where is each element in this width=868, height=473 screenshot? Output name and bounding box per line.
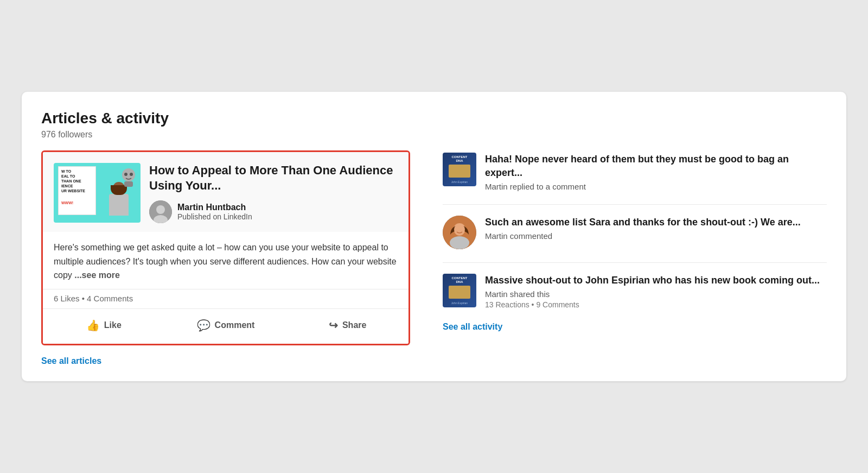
book-cover-author-3: John Espirian bbox=[451, 301, 468, 305]
comment-icon: 💬 bbox=[197, 319, 210, 332]
book-cover-image-3 bbox=[449, 286, 470, 299]
left-column: W TO EAL TO THAN ONE IENCE UR WEBSITE WW… bbox=[41, 150, 410, 366]
article-actions: 👍 Like 💬 Comment ↪ Share bbox=[43, 308, 409, 344]
article-card[interactable]: W TO EAL TO THAN ONE IENCE UR WEBSITE WW… bbox=[41, 150, 410, 345]
activity-text-3: Massive shout-out to John Espirian who h… bbox=[485, 274, 827, 309]
activity-avatar-book-1: ContentDNA John Espirian bbox=[443, 153, 476, 186]
svg-point-10 bbox=[450, 236, 469, 249]
like-icon: 👍 bbox=[86, 319, 100, 332]
book-cover-image-1 bbox=[449, 165, 470, 178]
book-line4: IENCE bbox=[61, 184, 93, 188]
svg-point-2 bbox=[130, 173, 133, 176]
like-label: Like bbox=[104, 320, 122, 330]
divider-1 bbox=[443, 204, 827, 205]
book-cover-title-1: ContentDNA bbox=[452, 155, 468, 163]
book-line1: W TO bbox=[61, 169, 93, 174]
activity-stats-3: 13 Reactions • 9 Comments bbox=[485, 300, 827, 309]
thumbnail-figure bbox=[103, 182, 135, 223]
see-all-articles-link[interactable]: See all articles bbox=[41, 356, 101, 365]
like-button[interactable]: 👍 Like bbox=[43, 313, 165, 337]
comment-button[interactable]: 💬 Comment bbox=[165, 313, 287, 337]
activity-sub-1: Martin replied to a comment bbox=[485, 182, 827, 191]
activity-title-3: Massive shout-out to John Espirian who h… bbox=[485, 274, 827, 287]
activity-item-3: ContentDNA John Espirian Massive shout-o… bbox=[443, 274, 827, 309]
article-top: W TO EAL TO THAN ONE IENCE UR WEBSITE WW… bbox=[43, 152, 409, 232]
author-sub: Published on LinkedIn bbox=[177, 212, 252, 221]
book-cover-title-3: ContentDNA bbox=[452, 276, 468, 284]
divider-2 bbox=[443, 262, 827, 263]
activity-avatar-book-3: ContentDNA John Espirian bbox=[443, 274, 476, 307]
main-card: Articles & activity 976 followers W TO E… bbox=[22, 92, 846, 381]
book-cover-author-1: John Espirian bbox=[451, 180, 468, 184]
svg-rect-3 bbox=[124, 181, 133, 187]
article-thumbnail: W TO EAL TO THAN ONE IENCE UR WEBSITE WW… bbox=[54, 163, 141, 223]
book-brand: WWW! bbox=[61, 201, 73, 205]
activity-sub-3: Martin shared this bbox=[485, 289, 827, 299]
article-excerpt: Here's something we get asked quite a lo… bbox=[43, 232, 409, 289]
followers-count: 976 followers bbox=[41, 130, 827, 140]
book-line5: UR WEBSITE bbox=[61, 188, 93, 193]
activity-item: ContentDNA John Espirian Haha! Nope neve… bbox=[443, 153, 827, 191]
book-line3: THAN ONE bbox=[61, 179, 93, 184]
activity-avatar-person-2 bbox=[443, 216, 476, 249]
book-cover-inner-1: ContentDNA John Espirian bbox=[443, 153, 476, 186]
article-meta: How to Appeal to More Than One Audience … bbox=[149, 163, 398, 223]
header-section: Articles & activity 976 followers bbox=[41, 109, 827, 140]
activity-title-2: Such an awesome list Sara and thanks for… bbox=[485, 216, 827, 229]
activity-item-2: Such an awesome list Sara and thanks for… bbox=[443, 216, 827, 249]
see-more-link[interactable]: ...see more bbox=[74, 270, 120, 280]
article-title: How to Appeal to More Than One Audience … bbox=[149, 163, 398, 194]
book-line2: EAL TO bbox=[61, 174, 93, 179]
robot-figure bbox=[119, 168, 138, 188]
page-title: Articles & activity bbox=[41, 109, 827, 128]
see-more-text: ...see more bbox=[74, 270, 120, 280]
main-content: W TO EAL TO THAN ONE IENCE UR WEBSITE WW… bbox=[41, 150, 827, 366]
share-button[interactable]: ↪ Share bbox=[286, 313, 409, 337]
activity-sub-2: Martin commented bbox=[485, 231, 827, 241]
see-all-activity-link[interactable]: See all activity bbox=[443, 322, 502, 331]
author-row: Martin Huntbach Published on LinkedIn bbox=[149, 200, 398, 223]
share-label: Share bbox=[342, 320, 366, 330]
svg-point-9 bbox=[454, 224, 465, 236]
activity-text-2: Such an awesome list Sara and thanks for… bbox=[485, 216, 827, 241]
author-avatar bbox=[149, 200, 172, 223]
article-inner: W TO EAL TO THAN ONE IENCE UR WEBSITE WW… bbox=[43, 152, 409, 344]
author-name: Martin Huntbach bbox=[177, 203, 252, 212]
author-info: Martin Huntbach Published on LinkedIn bbox=[177, 203, 252, 221]
figure-body bbox=[109, 194, 129, 216]
comment-label: Comment bbox=[215, 320, 255, 330]
activity-text-1: Haha! Nope never heard of them but they … bbox=[485, 153, 827, 191]
svg-point-5 bbox=[156, 205, 165, 214]
book-cover-inner-3: ContentDNA John Espirian bbox=[443, 274, 476, 307]
see-all-activity-wrapper: See all activity bbox=[443, 322, 827, 332]
thumbnail-book-image: W TO EAL TO THAN ONE IENCE UR WEBSITE WW… bbox=[58, 166, 96, 215]
article-stats: 6 Likes • 4 Comments bbox=[43, 289, 409, 308]
share-icon: ↪ bbox=[329, 319, 338, 332]
svg-point-1 bbox=[124, 173, 127, 176]
right-column: ContentDNA John Espirian Haha! Nope neve… bbox=[443, 150, 827, 332]
activity-title-1: Haha! Nope never heard of them but they … bbox=[485, 153, 827, 180]
